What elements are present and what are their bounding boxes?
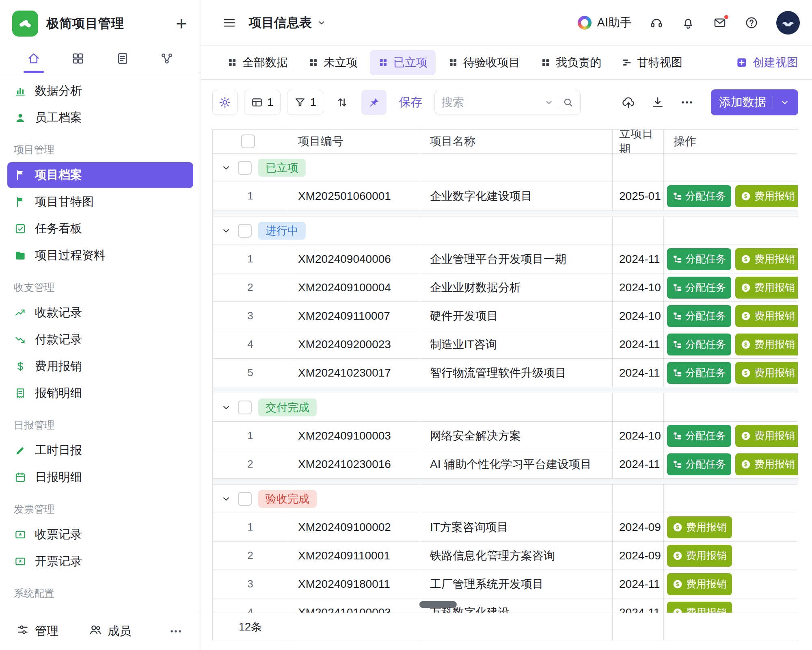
- manage-button[interactable]: 管理: [16, 623, 58, 639]
- column-header[interactable]: 立项日期: [613, 130, 664, 153]
- more-icon[interactable]: [680, 95, 694, 109]
- assign-task-button[interactable]: 分配任务: [667, 185, 731, 207]
- ai-icon: [578, 16, 592, 30]
- table-row[interactable]: 4XM202409200023制造业IT咨询2024-11分配任务$费用报销: [212, 330, 798, 359]
- mail-icon[interactable]: [713, 16, 727, 30]
- table-row[interactable]: 4XM202410100003万科数字化建设2024-11$费用报销: [212, 598, 798, 613]
- search-input[interactable]: [441, 96, 540, 109]
- create-view-button[interactable]: 创建视图: [736, 55, 798, 70]
- view-tab[interactable]: 待验收项目: [440, 50, 528, 75]
- chevron-down-icon[interactable]: [544, 98, 554, 107]
- sort-button[interactable]: [330, 90, 355, 115]
- column-header[interactable]: 操作: [664, 130, 798, 153]
- expense-button[interactable]: $费用报销: [735, 248, 798, 270]
- sidebar-item[interactable]: 项目档案: [7, 162, 193, 188]
- table-row[interactable]: 1XM202409040006企业管理平台开发项目一期2024-11分配任务$费…: [212, 245, 798, 273]
- sidebar-item[interactable]: 收票记录: [7, 522, 193, 548]
- table-row[interactable]: 2XM202409100004企业业财数据分析2024-10分配任务$费用报销: [212, 273, 798, 302]
- add-data-button[interactable]: 添加数据: [711, 89, 798, 115]
- menu-icon[interactable]: [222, 15, 237, 30]
- save-button[interactable]: 保存: [399, 94, 422, 110]
- table-row[interactable]: 1XM202409100003网络安全解决方案2024-10分配任务$费用报销: [212, 422, 798, 450]
- expense-button[interactable]: $费用报销: [667, 516, 732, 538]
- sidebar-item[interactable]: 数据分析: [7, 78, 193, 104]
- view-tab[interactable]: 已立项: [370, 50, 436, 75]
- group-checkbox[interactable]: [238, 224, 252, 238]
- download-icon[interactable]: [651, 95, 665, 109]
- page-title[interactable]: 项目信息表: [249, 14, 326, 31]
- view-tab[interactable]: 甘特视图: [613, 50, 691, 75]
- table-row[interactable]: 5XM202410230017智行物流管理软件升级项目2024-11分配任务$费…: [212, 359, 798, 387]
- sidebar-tab-doc[interactable]: [110, 44, 135, 73]
- sidebar-tab-org[interactable]: [154, 44, 179, 73]
- members-button[interactable]: 成员: [89, 623, 131, 639]
- filter-button[interactable]: 1: [287, 90, 324, 115]
- table-row[interactable]: 1XM202501060001企业数字化建设项目2025-01分配任务$费用报销: [212, 182, 798, 210]
- view-tab[interactable]: 全部数据: [219, 50, 296, 75]
- sidebar-item[interactable]: 工时日报: [7, 438, 193, 464]
- expense-button[interactable]: $费用报销: [735, 185, 798, 207]
- bell-icon[interactable]: [681, 16, 695, 30]
- sidebar-item[interactable]: 项目甘特图: [7, 189, 193, 215]
- expense-button[interactable]: $费用报销: [735, 453, 798, 475]
- sidebar-item[interactable]: 任务看板: [7, 216, 193, 242]
- group-checkbox[interactable]: [238, 492, 252, 506]
- assign-task-button[interactable]: 分配任务: [667, 425, 731, 447]
- collapse-group-icon[interactable]: [221, 162, 231, 173]
- sidebar-item[interactable]: 收款记录: [7, 300, 193, 326]
- upload-icon[interactable]: [622, 95, 635, 109]
- table-row[interactable]: 2XM202409110001铁路信息化管理方案咨询2024-09$费用报销: [212, 542, 798, 570]
- collapse-group-icon[interactable]: [221, 494, 231, 504]
- assign-task-button[interactable]: 分配任务: [667, 248, 731, 270]
- table-row[interactable]: 3XM202409180011工厂管理系统开发项目2024-11$费用报销: [212, 570, 798, 598]
- collapse-group-icon[interactable]: [221, 225, 231, 236]
- horizontal-scrollbar[interactable]: [419, 601, 457, 608]
- sidebar-tab-home[interactable]: [21, 44, 46, 73]
- assign-task-button[interactable]: 分配任务: [667, 334, 731, 355]
- assign-task-button[interactable]: 分配任务: [667, 362, 731, 384]
- expense-button[interactable]: $费用报销: [667, 573, 732, 595]
- sidebar-item[interactable]: 费用报销: [7, 353, 193, 379]
- view-tab[interactable]: 未立项: [300, 50, 366, 75]
- sidebar-item[interactable]: 付款记录: [7, 327, 193, 353]
- column-header[interactable]: 项目编号: [288, 130, 420, 153]
- column-header[interactable]: 项目名称: [420, 130, 613, 153]
- expense-button[interactable]: $费用报销: [735, 425, 798, 447]
- help-icon[interactable]: [745, 16, 758, 30]
- expense-button[interactable]: $费用报销: [735, 362, 798, 384]
- collapse-group-icon[interactable]: [221, 402, 231, 413]
- headset-icon[interactable]: [650, 16, 663, 30]
- sidebar-item[interactable]: 日报明细: [7, 464, 193, 490]
- table-row[interactable]: 2XM202410230016AI 辅助个性化学习平台建设项目2024-11分配…: [212, 450, 798, 479]
- assign-task-button[interactable]: 分配任务: [667, 453, 731, 475]
- pin-button[interactable]: [361, 90, 387, 115]
- search-box[interactable]: [434, 90, 581, 115]
- ai-assistant-button[interactable]: AI助手: [578, 15, 632, 31]
- assign-task-button[interactable]: 分配任务: [667, 277, 731, 299]
- group-checkbox[interactable]: [238, 401, 252, 414]
- select-all-checkbox[interactable]: [241, 134, 255, 148]
- settings-button[interactable]: [212, 90, 238, 115]
- expense-button[interactable]: $费用报销: [735, 334, 798, 355]
- viewgrid-icon: [308, 57, 319, 68]
- assign-task-button[interactable]: 分配任务: [667, 305, 731, 327]
- sidebar-item[interactable]: 报销明细: [7, 380, 193, 406]
- sidebar-item[interactable]: 表格: [7, 606, 193, 612]
- sidebar-item[interactable]: 项目过程资料: [7, 243, 193, 269]
- view-tab[interactable]: 我负责的: [532, 50, 609, 75]
- group-checkbox[interactable]: [238, 161, 252, 175]
- table-row[interactable]: 3XM202409110007硬件开发项目2024-10分配任务$费用报销: [212, 302, 798, 330]
- sidebar-tab-grid[interactable]: [65, 44, 91, 73]
- field-config-button[interactable]: 1: [244, 90, 281, 115]
- expense-button[interactable]: $费用报销: [735, 277, 798, 299]
- sidebar-item[interactable]: 员工档案: [7, 105, 193, 131]
- add-app-button[interactable]: +: [176, 14, 187, 33]
- table-row[interactable]: 1XM202409100002IT方案咨询项目2024-09$费用报销: [212, 513, 798, 542]
- sidebar-item[interactable]: 开票记录: [7, 548, 193, 574]
- expense-button[interactable]: $费用报销: [667, 545, 732, 567]
- expense-button[interactable]: $费用报销: [735, 305, 798, 327]
- search-icon[interactable]: [562, 97, 574, 108]
- expense-button[interactable]: $费用报销: [667, 602, 732, 613]
- user-avatar[interactable]: [776, 11, 800, 35]
- sidebar-more-button[interactable]: [169, 624, 183, 638]
